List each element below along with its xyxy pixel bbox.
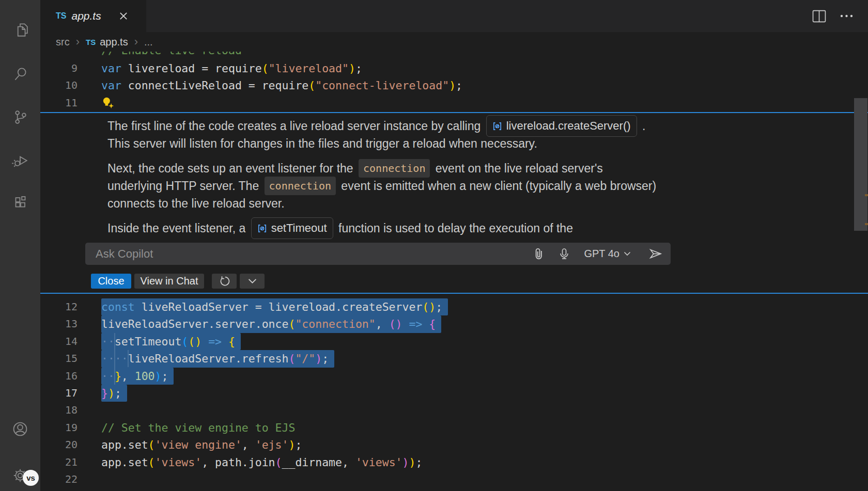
code-line[interactable]: 15····liveReloadServer.refresh("/"); (40, 350, 868, 367)
indent-guide (114, 333, 115, 385)
send-icon[interactable] (648, 247, 662, 261)
mic-icon[interactable] (558, 247, 570, 261)
paragraph-text: Next, the code sets up an event listener… (107, 160, 357, 177)
code-token: ) (449, 79, 456, 92)
profile-badge[interactable]: vs (23, 470, 39, 486)
split-editor-icon[interactable] (812, 10, 826, 23)
code-token: __dirname, (282, 456, 355, 469)
code-token: ) (429, 300, 436, 313)
tab-bar: TS app.ts (40, 0, 868, 32)
refresh-icon (219, 276, 230, 287)
code-line[interactable]: 22 (40, 471, 868, 488)
line-number: 15 (40, 350, 78, 367)
chevron-right-icon: › (76, 35, 80, 49)
debug-icon (11, 151, 29, 169)
chip-label: setTimeout (271, 219, 327, 237)
breadcrumb: src › TS app.ts › ... (40, 32, 868, 52)
line-number: 12 (40, 298, 78, 315)
indent-guide (128, 350, 129, 367)
line-content: }); (101, 385, 127, 402)
inline-code-chip[interactable]: connection (359, 159, 430, 178)
copilot-paragraph: Inside the event listener, a setTimeout … (107, 219, 671, 237)
overview-ruler-mark (865, 194, 868, 196)
line-content: var connectLiveReload = require("connect… (101, 77, 462, 94)
breadcrumb-folder[interactable]: src (56, 36, 70, 48)
inline-code-chip[interactable]: connection (265, 177, 336, 195)
source-control-button[interactable] (0, 101, 40, 132)
code-line[interactable]: 13liveReloadServer.server.once("connecti… (40, 315, 868, 332)
breadcrumb-file[interactable]: app.ts (100, 36, 128, 48)
search-button[interactable] (0, 58, 40, 89)
code-line[interactable]: 21app.set('views', path.join(__dirname, … (40, 454, 868, 471)
attach-icon[interactable] (533, 247, 545, 261)
code-line[interactable]: 14··setTimeout(() => { (40, 333, 868, 350)
code-token: ( (148, 456, 155, 469)
code-token: setTimeout (115, 335, 181, 348)
code-token: , path.join (202, 456, 275, 469)
line-number: 10 (40, 77, 78, 94)
paragraph-text: This server will listen for changes in t… (107, 135, 537, 152)
code-line[interactable]: 16··}, 100); (40, 368, 868, 385)
account-icon (11, 420, 29, 438)
explorer-button[interactable] (0, 14, 40, 45)
more-actions-icon[interactable] (840, 13, 854, 19)
chevron-down-icon (624, 251, 631, 256)
code-text: var connectLiveReload = require("connect… (101, 77, 462, 94)
code-token: app.set (101, 456, 148, 469)
code-line[interactable]: 20app.set('view engine', 'ejs'); (40, 436, 868, 453)
model-label: GPT 4o (584, 248, 619, 260)
tab-label: app.ts (71, 10, 101, 22)
breadcrumb-symbol[interactable]: ... (144, 36, 153, 48)
code-token: app.set (101, 438, 148, 451)
code-line[interactable]: 19// Set the view engine to EJS (40, 419, 868, 436)
model-picker[interactable]: GPT 4o (584, 248, 631, 260)
search-icon (11, 65, 29, 83)
symbol-link-chip[interactable]: livereload.createServer() (486, 115, 637, 137)
account-button[interactable] (0, 414, 40, 445)
line-number: 14 (40, 333, 78, 350)
code-line[interactable]: 10var connectLiveReload = require("conne… (40, 77, 868, 94)
typescript-icon: TS (56, 11, 66, 21)
extensions-icon (11, 193, 29, 211)
paragraph-text: . (639, 117, 646, 135)
copilot-paragraph: Next, the code sets up an event listener… (107, 160, 671, 212)
tab-app-ts[interactable]: TS app.ts (40, 0, 146, 32)
code-line[interactable]: 18 (40, 402, 868, 419)
line-number: 16 (40, 368, 78, 385)
code-line[interactable]: 9var livereload = require("livereload"); (40, 60, 868, 77)
code-token: ) (108, 387, 115, 400)
close-button[interactable]: Close (91, 274, 131, 289)
code-token: () (389, 318, 402, 330)
copilot-lightbulb-icon[interactable] (101, 96, 115, 110)
code-token: , (242, 438, 255, 451)
source-control-icon (11, 108, 29, 125)
more-options-button[interactable] (240, 274, 265, 289)
copilot-paragraph: The first line of the code creates a liv… (107, 117, 671, 152)
scrollbar-thumb[interactable] (854, 98, 867, 231)
line-content: var livereload = require("livereload"); (101, 60, 362, 77)
code-token: var (101, 62, 121, 75)
code-token: ·· (101, 335, 115, 348)
chevron-down-icon (248, 278, 257, 284)
extensions-button[interactable] (0, 186, 40, 217)
code-line[interactable]: 11 (40, 94, 868, 112)
code-token: ( (262, 62, 269, 75)
paragraph-text: connects to the live reload server. (107, 195, 285, 212)
paragraph-text: Inside the event listener, a (107, 219, 249, 237)
regenerate-button[interactable] (212, 274, 237, 289)
inline-chat-actions: Close View in Chat (91, 274, 265, 289)
run-and-debug-button[interactable] (0, 145, 40, 176)
code-line[interactable]: 17}); (40, 385, 868, 402)
view-in-chat-button[interactable]: View in Chat (134, 274, 204, 289)
ask-copilot-input[interactable] (96, 247, 527, 261)
paragraph-line: underlying HTTP server. The connection e… (107, 177, 671, 195)
code-token: liveReloadServer = livereload.createServ… (135, 300, 423, 313)
code-token: ; (295, 438, 302, 451)
code-token: ; (162, 370, 168, 383)
paragraph-line: connects to the live reload server. (107, 195, 671, 212)
code-line[interactable]: 12const liveReloadServer = livereload.cr… (40, 298, 868, 315)
code-token: => (202, 335, 228, 348)
close-tab-button[interactable] (119, 11, 128, 21)
code-token: ; (436, 300, 442, 313)
symbol-link-chip[interactable]: setTimeout (251, 217, 333, 239)
